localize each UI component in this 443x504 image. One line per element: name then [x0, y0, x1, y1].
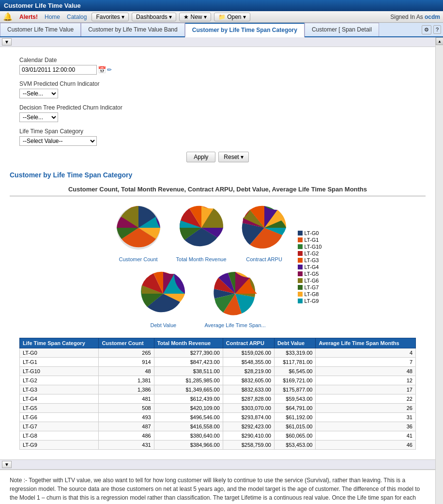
- scroll-track[interactable]: [436, 45, 443, 504]
- legend-label-lt-g5: LT-G5: [305, 271, 319, 277]
- cell-avg-span: 12: [316, 376, 416, 385]
- cell-avg-span: 31: [316, 413, 416, 422]
- cell-category: LT-G5: [20, 404, 99, 413]
- calendar-date-label: Calendar Date: [19, 57, 416, 63]
- calendar-icon[interactable]: 📅: [98, 66, 106, 74]
- nav-catalog[interactable]: Catalog: [65, 14, 89, 20]
- reset-arrow-icon: ▾: [241, 154, 244, 160]
- cell-arpu: $287,828.00: [223, 394, 274, 404]
- cell-count: 1,381: [99, 376, 154, 385]
- tab-settings-button[interactable]: ⚙: [422, 25, 431, 34]
- section-title: Customer by Life Time Span Category: [0, 167, 435, 181]
- table-row: LT-G9 431 $384,966.00 $258,759.00 $53,45…: [20, 441, 416, 450]
- legend-color-lt-g10: [298, 244, 303, 249]
- filter-calendar-date-row: Calendar Date 📅 ✏: [19, 57, 416, 75]
- cell-avg-span: 4: [316, 348, 416, 358]
- cell-avg-span: 26: [316, 404, 416, 413]
- chart5-label: Average Life Time Span...: [204, 322, 265, 328]
- legend-color-lt-g1: [298, 237, 303, 242]
- cell-category: LT-G2: [20, 376, 99, 385]
- legend-item-lt-g6: LT-G6: [298, 278, 322, 284]
- collapse-button-top[interactable]: ▼: [2, 38, 12, 46]
- cell-debt: $59,543.00: [274, 394, 315, 404]
- tab-bar: Customer Life Time Value Customer by Lif…: [0, 23, 443, 37]
- col-header-avg-span: Average Life Time Span Months: [316, 338, 416, 348]
- right-scrollbar[interactable]: ▲ ▼: [435, 37, 443, 504]
- table-row: LT-G0 265 $277,390.00 $159,026.00 $33,31…: [20, 348, 416, 358]
- legend-color-lt-g4: [298, 265, 303, 269]
- collapse-row-top: ▼: [0, 37, 435, 47]
- cell-arpu: $159,026.00: [223, 348, 274, 358]
- reset-button[interactable]: Reset ▾: [218, 152, 248, 162]
- legend-item-lt-g8: LT-G8: [298, 291, 322, 297]
- legend-item-lt-g7: LT-G7: [298, 284, 322, 290]
- nav-open[interactable]: 📁 Open ▾: [214, 13, 250, 21]
- collapse-row-bottom: ▼: [0, 459, 435, 470]
- legend-color-lt-g6: [298, 278, 303, 283]
- data-table: Life Time Span Category Customer Count T…: [19, 338, 416, 450]
- pie-chart-debt: [137, 267, 190, 320]
- collapse-button-bottom[interactable]: ▼: [2, 461, 12, 468]
- col-header-revenue: Total Month Revenue: [154, 338, 223, 348]
- chart-contract-arpu: Contract ARPU: [238, 201, 291, 262]
- filter-lifetime-span-row: Life Time Span Category --Select Value--: [19, 128, 416, 146]
- legend-label-lt-g9: LT-G9: [305, 298, 319, 304]
- cell-avg-span: 41: [316, 431, 416, 441]
- calendar-date-input[interactable]: [19, 65, 97, 75]
- cell-category: LT-G10: [20, 367, 99, 376]
- tab-help-button[interactable]: ?: [433, 25, 441, 34]
- nav-home[interactable]: Home: [43, 14, 62, 20]
- nav-favorites[interactable]: Favorites ▾: [92, 13, 129, 21]
- svm-select[interactable]: --Sele...: [19, 89, 58, 98]
- tab-customer-by-life-time-span-category[interactable]: Customer by Life Time Span Category: [185, 23, 305, 37]
- tab-customer-by-life-time-value-band[interactable]: Customer by Life Time Value Band: [81, 23, 185, 36]
- legend-label-lt-g4: LT-G4: [305, 264, 319, 270]
- cell-revenue: $277,390.00: [154, 348, 223, 358]
- legend-color-lt-g8: [298, 292, 303, 297]
- nav-new[interactable]: ★ New ▾: [179, 13, 211, 21]
- legend-label-lt-g3: LT-G3: [305, 257, 319, 263]
- legend-item-lt-g0: LT-G0: [298, 230, 322, 236]
- tab-customer-life-time-value[interactable]: Customer Life Time Value: [0, 23, 81, 36]
- legend-item-lt-g1: LT-G1: [298, 237, 322, 243]
- cell-arpu: $258,759.00: [223, 441, 274, 450]
- tab-customer-span-detail[interactable]: Customer [ Span Detail: [305, 23, 379, 36]
- cell-debt: $53,453.00: [274, 441, 315, 450]
- username: ocdm: [425, 14, 440, 20]
- cell-revenue: $847,423.00: [154, 358, 223, 367]
- legend-item-lt-g4: LT-G4: [298, 264, 322, 270]
- charts-top-row: Customer Count: [112, 201, 291, 262]
- table-row: LT-G3 1,386 $1,349,665.00 $832,633.00 $1…: [20, 385, 416, 394]
- calendar-edit-icon[interactable]: ✏: [107, 66, 112, 73]
- cell-category: LT-G8: [20, 431, 99, 441]
- cell-category: LT-G4: [20, 394, 99, 404]
- lifetime-span-label: Life Time Span Category: [19, 128, 416, 135]
- nav-dashboards[interactable]: Dashboards ▾: [132, 13, 176, 21]
- cell-avg-span: 22: [316, 394, 416, 404]
- main-wrapper: ▼ Calendar Date 📅 ✏ SVM Predicted Churn …: [0, 37, 443, 504]
- lifetime-span-select[interactable]: --Select Value--: [19, 136, 97, 146]
- legend-label-lt-g2: LT-G2: [305, 251, 319, 256]
- cell-count: 493: [99, 413, 154, 422]
- cell-category: LT-G1: [20, 358, 99, 367]
- nav-alerts[interactable]: Alerts!: [17, 14, 40, 20]
- cell-avg-span: 46: [316, 441, 416, 450]
- apply-button[interactable]: Apply: [186, 152, 215, 162]
- table-row: LT-G4 481 $612,439.00 $287,828.00 $59,54…: [20, 394, 416, 404]
- cell-arpu: $303,070.00: [223, 404, 274, 413]
- cell-arpu: $290,410.00: [223, 431, 274, 441]
- legend-color-lt-g7: [298, 285, 303, 290]
- legend-item-lt-g5: LT-G5: [298, 271, 322, 277]
- cell-revenue: $38,511.00: [154, 367, 223, 376]
- scroll-up-button[interactable]: ▲: [436, 37, 443, 45]
- decision-tree-label: Decision Tree Predicted Churn Indicator: [19, 104, 416, 111]
- chart-title: Customer Count, Total Month Revenue, Con…: [10, 186, 426, 196]
- alert-icon: 🔔: [3, 12, 13, 21]
- cell-arpu: $548,355.00: [223, 358, 274, 367]
- cell-arpu: $293,874.00: [223, 413, 274, 422]
- decision-tree-select[interactable]: --Sele...: [19, 112, 58, 122]
- cell-revenue: $416,558.00: [154, 422, 223, 431]
- reset-label: Reset: [224, 154, 239, 160]
- legend-label-lt-g7: LT-G7: [305, 284, 319, 290]
- cell-count: 481: [99, 394, 154, 404]
